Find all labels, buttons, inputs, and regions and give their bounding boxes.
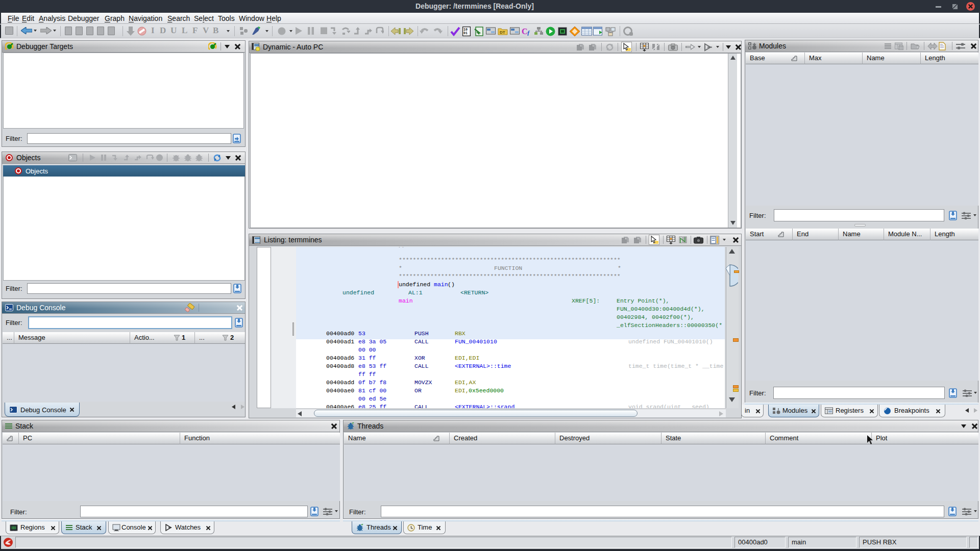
svg-text:01: 01 [463,32,468,35]
svg-text:C: C [522,27,528,36]
svg-text:f: f [527,30,530,36]
svg-text:10: 10 [463,28,468,32]
svg-text:DT: DT [500,30,505,35]
